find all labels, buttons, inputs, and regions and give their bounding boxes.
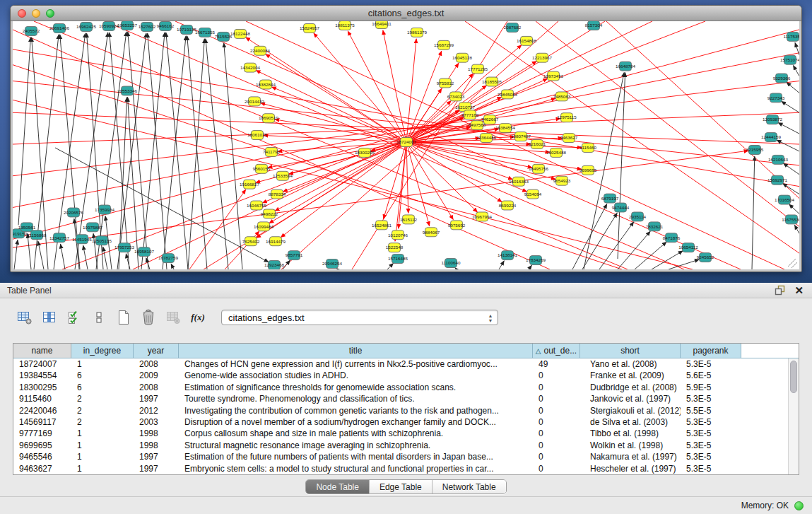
graph-node[interactable]: 1522548 (386, 243, 404, 252)
graph-node[interactable]: 11100640 (441, 259, 461, 268)
graph-node[interactable]: 17016504 (775, 195, 794, 204)
graph-node[interactable]: 10120746 (388, 230, 408, 240)
table-row[interactable]: 1938455462009Genome-wide association stu… (13, 370, 788, 381)
table-cell[interactable]: 1 (71, 428, 134, 439)
delete-trash-button[interactable] (138, 309, 159, 326)
table-row[interactable]: 969969511998Structural magnetic resonanc… (13, 440, 788, 451)
graph-edge[interactable] (406, 117, 464, 142)
table-cell[interactable]: Yano et al. (2008) (580, 358, 681, 370)
graph-node[interactable]: 12923468 (264, 261, 284, 269)
graph-edge[interactable] (455, 268, 457, 269)
graph-node[interactable]: 16210643 (768, 155, 788, 164)
graph-node[interactable]: 1527602 (139, 22, 156, 31)
graph-node[interactable]: 15692971 (767, 175, 787, 185)
table-cell[interactable]: 5.3E-5 (681, 416, 741, 428)
graph-node[interactable]: 12505135 (92, 236, 112, 245)
table-cell[interactable]: Embryonic stem cells: a model to study s… (179, 463, 533, 474)
table-scrollbar[interactable] (788, 358, 799, 474)
graph-edge[interactable] (572, 204, 607, 269)
graph-node[interactable]: 8157304 (585, 21, 603, 30)
graph-edge[interactable] (348, 31, 406, 142)
network-canvas[interactable]: 1872400718300295181224482240008414342004… (13, 21, 799, 269)
graph-node[interactable]: 16962425 (76, 22, 96, 31)
graph-node[interactable]: 10654112 (678, 243, 698, 252)
graph-node[interactable]: 8471876 (663, 233, 681, 243)
graph-node[interactable]: 9466162 (157, 21, 175, 30)
graph-node[interactable]: 20691406 (49, 23, 69, 33)
graph-node[interactable]: 16782759 (158, 254, 178, 263)
graph-node[interactable]: 12533594 (273, 171, 293, 180)
graph-node[interactable]: 6734023 (447, 92, 465, 101)
scrollbar-thumb[interactable] (790, 361, 797, 393)
table-cell[interactable]: 9463627 (13, 463, 71, 474)
table-cell[interactable]: 2012 (134, 405, 179, 416)
table-cell[interactable]: 2008 (134, 358, 179, 370)
graph-edge[interactable] (406, 142, 502, 202)
graph-edge[interactable] (406, 142, 582, 148)
graph-node[interactable]: 14138141 (498, 251, 517, 260)
graph-node[interactable]: 2935114 (629, 212, 647, 221)
graph-node[interactable]: 9498222 (261, 209, 278, 218)
graph-edge[interactable] (406, 142, 478, 212)
graph-node[interactable]: 9154094 (524, 189, 542, 199)
table-cell[interactable]: 6 (71, 382, 134, 393)
graph-edge[interactable] (266, 54, 406, 143)
graph-edge[interactable] (83, 245, 88, 269)
column-header-out-de-[interactable]: △out_de... (533, 344, 580, 358)
graph-node[interactable]: 10025488 (546, 148, 566, 157)
graph-edge[interactable] (61, 244, 65, 269)
graph-node[interactable]: 7625402 (242, 237, 260, 246)
graph-node[interactable]: 9329366 (773, 74, 791, 83)
graph-node[interactable]: 9227343 (767, 93, 785, 103)
function-builder-button[interactable]: f(x) (187, 309, 208, 326)
table-cell[interactable]: 5.6E-5 (681, 370, 741, 381)
graph-node[interactable]: 16046755 (247, 201, 266, 210)
graph-node[interactable]: 18811375 (335, 21, 355, 30)
table-cell[interactable]: 5.3E-5 (681, 463, 741, 474)
graph-node[interactable]: 12975115 (557, 113, 577, 122)
graph-edge[interactable] (406, 142, 453, 220)
graph-node[interactable]: 6879197 (601, 194, 619, 203)
graph-node[interactable]: 18495756 (529, 164, 548, 173)
table-cell[interactable]: 1 (71, 451, 134, 462)
table-cell[interactable]: 9465546 (13, 451, 71, 462)
graph-edge[interactable] (268, 142, 406, 168)
table-row[interactable]: 977716911998Corpus callosum shape and si… (13, 428, 788, 439)
graph-edge[interactable] (752, 156, 755, 269)
row-options-button[interactable] (88, 309, 110, 326)
graph-node[interactable]: 9857791 (286, 251, 303, 260)
graph-node[interactable]: 17771295 (468, 64, 488, 74)
table-cell[interactable]: 9699695 (13, 440, 71, 451)
table-cell[interactable]: 2003 (134, 416, 179, 428)
table-cell[interactable]: Genome-wide association studies in ADHD. (179, 370, 533, 381)
graph-edge[interactable] (618, 73, 625, 259)
table-cell[interactable]: 9115460 (13, 393, 71, 404)
graph-node[interactable]: 9777169 (461, 110, 479, 119)
graph-edge[interactable] (141, 33, 165, 269)
graph-node[interactable]: 12213967 (532, 53, 552, 62)
graph-node[interactable]: 11175359 (783, 32, 799, 41)
table-row[interactable]: 911546021997Tourette syndrome. Phenomeno… (13, 393, 788, 404)
table-cell[interactable]: Stergiakouli et al. (2012) (580, 405, 681, 416)
window-titlebar[interactable]: citations_edges.txt (11, 6, 801, 21)
table-cell[interactable]: Wolkin et al. (1998) (580, 440, 681, 451)
table-cell[interactable]: 0 (533, 440, 580, 451)
graph-edge[interactable] (13, 49, 799, 187)
graph-node[interactable]: 6497568 (469, 121, 486, 130)
new-document-button[interactable] (113, 309, 134, 326)
graph-node[interactable]: 10590924 (99, 21, 119, 30)
graph-node[interactable]: 18061025 (247, 131, 267, 140)
graph-edge[interactable] (166, 33, 188, 269)
graph-node[interactable]: 19166827 (240, 180, 259, 189)
table-cell[interactable]: 14569117 (13, 416, 71, 428)
table-cell[interactable]: 0 (533, 451, 580, 462)
tab-node-table[interactable]: Node Table (306, 480, 370, 493)
graph-node[interactable]: 2087682 (504, 23, 522, 32)
graph-node[interactable]: 7515526 (215, 32, 233, 41)
graph-edge[interactable] (14, 240, 18, 269)
graph-edge[interactable] (148, 33, 167, 269)
graph-edge[interactable] (13, 151, 748, 247)
graph-node[interactable]: 18690519 (259, 114, 278, 123)
graph-node[interactable]: 7832621 (646, 222, 664, 231)
column-header-year[interactable]: year (134, 344, 179, 358)
